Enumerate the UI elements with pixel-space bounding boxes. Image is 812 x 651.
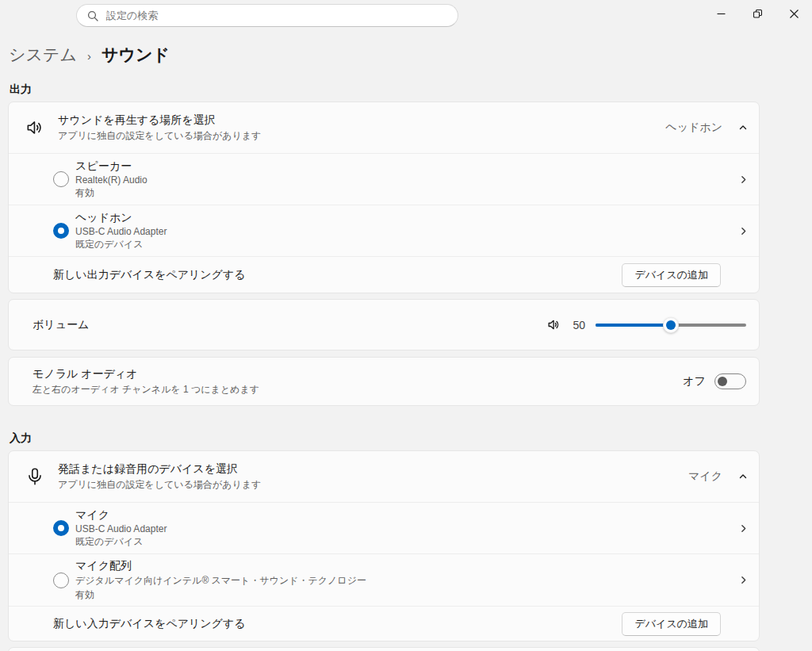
device-detail: デジタルマイク向けインテル® スマート・サウンド・テクノロジー [75, 574, 366, 588]
add-output-device-button[interactable]: デバイスの追加 [622, 263, 721, 287]
device-detail: USB-C Audio Adapter [75, 226, 167, 237]
volume-value: 50 [571, 319, 585, 331]
mono-audio-row: モノラル オーディオ 左と右のオーディオ チャンネルを 1 つにまとめます オフ [9, 358, 759, 405]
device-detail: Realtek(R) Audio [75, 174, 147, 186]
input-selector-subtitle: アプリに独自の設定をしている場合があります [58, 478, 261, 492]
microphone-icon [25, 466, 45, 487]
mono-audio-toggle[interactable] [714, 373, 746, 389]
input-device-row-mic-array[interactable]: マイク配列 デジタルマイク向けインテル® スマート・サウンド・テクノロジー 有効 [9, 553, 759, 606]
close-button[interactable] [776, 0, 812, 27]
input-pairing-row: 新しい入力デバイスをペアリングする デバイスの追加 [9, 606, 759, 641]
output-device-row-speakers[interactable]: スピーカー Realtek(R) Audio 有効 [9, 153, 759, 205]
input-device-card: 発話または録音用のデバイスを選択 アプリに独自の設定をしている場合があります マ… [8, 450, 760, 641]
device-status: 有効 [75, 588, 366, 602]
breadcrumb-separator-icon: › [87, 48, 91, 63]
volume-slider-thumb[interactable] [663, 317, 679, 333]
settings-search-input[interactable]: 設定の検索 [76, 4, 458, 27]
add-input-device-button[interactable]: デバイスの追加 [622, 612, 721, 636]
volume-row: ボリューム 50 [9, 300, 759, 350]
output-selected-device: ヘッドホン [665, 121, 722, 135]
chevron-right-icon[interactable] [738, 523, 749, 534]
input-device-row-mic[interactable]: マイク USB-C Audio Adapter 既定のデバイス [9, 502, 759, 553]
radio-button[interactable] [53, 572, 69, 588]
titlebar: 設定の検索 [0, 0, 812, 36]
mono-audio-subtitle: 左と右のオーディオ チャンネルを 1 つにまとめます [33, 383, 259, 396]
chevron-right-icon[interactable] [738, 174, 749, 185]
device-name: スピーカー [75, 159, 147, 174]
input-selector-header[interactable]: 発話または録音用のデバイスを選択 アプリに独自の設定をしている場合があります マ… [9, 451, 759, 502]
chevron-right-icon[interactable] [738, 575, 749, 585]
device-detail: USB-C Audio Adapter [75, 523, 167, 534]
device-status: 既定のデバイス [75, 238, 167, 251]
output-section-label: 出力 [10, 82, 812, 95]
breadcrumb: システム › サウンド [9, 44, 812, 66]
volume-label: ボリューム [33, 318, 89, 332]
radio-button[interactable] [53, 520, 69, 536]
radio-button[interactable] [53, 223, 69, 239]
output-pairing-row: 新しい出力デバイスをペアリングする デバイスの追加 [9, 256, 759, 293]
device-status: 有効 [75, 186, 147, 200]
radio-button[interactable] [53, 171, 69, 187]
restore-button[interactable] [739, 0, 776, 27]
output-device-card: サウンドを再生する場所を選択 アプリに独自の設定をしている場合があります ヘッド… [8, 101, 760, 293]
speaker-icon [25, 117, 45, 138]
mono-audio-state-label: オフ [683, 374, 706, 389]
output-pairing-label: 新しい出力デバイスをペアリングする [53, 268, 246, 282]
input-section-label: 入力 [10, 431, 812, 444]
chevron-up-icon[interactable] [738, 472, 748, 481]
volume-slider-fill [596, 324, 671, 327]
volume-slider[interactable] [596, 317, 746, 333]
mono-audio-title: モノラル オーディオ [33, 367, 259, 381]
output-device-row-headphones[interactable]: ヘッドホン USB-C Audio Adapter 既定のデバイス [9, 205, 759, 256]
volume-icon[interactable] [546, 317, 561, 332]
device-name: マイク配列 [75, 559, 366, 573]
output-selector-subtitle: アプリに独自の設定をしている場合があります [58, 129, 261, 143]
page-title: サウンド [102, 44, 170, 66]
volume-card: ボリューム 50 [8, 299, 760, 350]
search-icon [87, 10, 98, 21]
input-pairing-label: 新しい入力デバイスをペアリングする [53, 617, 246, 631]
output-selector-title: サウンドを再生する場所を選択 [58, 113, 261, 128]
device-name: ヘッドホン [75, 211, 167, 225]
input-selector-title: 発話または録音用のデバイスを選択 [58, 462, 261, 477]
next-card-partial [8, 647, 760, 651]
breadcrumb-system[interactable]: システム [9, 44, 77, 66]
mono-audio-card: モノラル オーディオ 左と右のオーディオ チャンネルを 1 つにまとめます オフ [8, 357, 760, 406]
search-placeholder: 設定の検索 [106, 9, 158, 23]
window-controls [703, 0, 812, 27]
chevron-up-icon[interactable] [738, 123, 748, 132]
chevron-right-icon[interactable] [738, 226, 749, 236]
device-status: 既定のデバイス [75, 535, 167, 549]
device-name: マイク [75, 508, 167, 523]
input-selected-device: マイク [688, 469, 722, 484]
output-selector-header[interactable]: サウンドを再生する場所を選択 アプリに独自の設定をしている場合があります ヘッド… [9, 102, 759, 153]
minimize-button[interactable] [703, 0, 739, 27]
